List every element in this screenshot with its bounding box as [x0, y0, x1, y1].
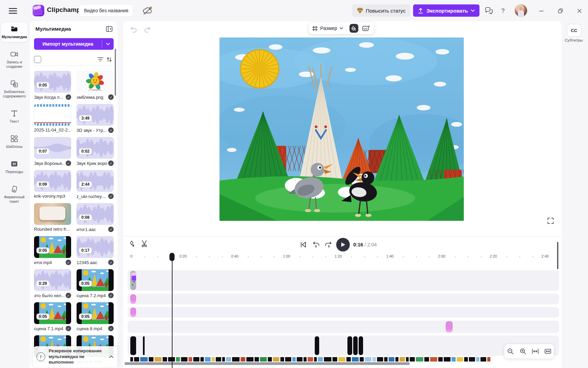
- playhead-handle[interactable]: [169, 253, 175, 261]
- filter-icon[interactable]: [96, 55, 105, 63]
- library-icon: [10, 80, 19, 88]
- sidebar-item-library[interactable]: Библиотека содержимого: [1, 77, 28, 101]
- timeline-horizontal-scrollbar[interactable]: [125, 362, 410, 365]
- redo-icon[interactable]: [143, 25, 152, 34]
- ruler-label: 1:00: [283, 254, 290, 258]
- import-options-chevron-icon[interactable]: [102, 40, 114, 48]
- account-avatar[interactable]: [515, 4, 527, 17]
- timeline-track[interactable]: [128, 294, 559, 304]
- media-item-name: Rounded retro fr...: [34, 227, 70, 232]
- collapse-panel-icon[interactable]: [105, 25, 114, 33]
- zoom-out-icon[interactable]: [506, 347, 515, 356]
- skip-to-start-icon[interactable]: [298, 240, 308, 250]
- sidebar-item-record[interactable]: Запись и создание: [1, 48, 28, 72]
- media-item[interactable]: 2:44z_uki-ruchey....✓: [77, 170, 114, 199]
- help-icon[interactable]: ?: [498, 6, 508, 16]
- ruler-label: 2:40: [541, 254, 549, 258]
- sidebar-item-transitions[interactable]: Переходы: [1, 157, 28, 177]
- sort-icon[interactable]: [105, 55, 114, 63]
- duration-badge: 0:08: [79, 214, 92, 220]
- media-clip[interactable]: [130, 294, 136, 304]
- media-item[interactable]: 0:02Звук Крик воро...✓: [77, 137, 114, 166]
- timeline-vertical-scrollbar[interactable]: [557, 242, 558, 269]
- backup-toast[interactable]: ! Резервное копирование мультимедиа не в…: [33, 346, 117, 367]
- chevron-up-icon[interactable]: [109, 355, 113, 358]
- media-item[interactable]: Rounded retro fr...: [34, 203, 71, 232]
- size-dropdown[interactable]: Размер: [312, 26, 343, 31]
- timeline-track[interactable]: [128, 270, 559, 291]
- effects-icon[interactable]: [127, 239, 137, 248]
- fit-to-screen-icon[interactable]: [543, 347, 553, 356]
- export-button[interactable]: Экспортировать: [413, 4, 479, 17]
- timeline-minimap[interactable]: [130, 357, 490, 362]
- media-clip[interactable]: [446, 321, 453, 332]
- timeline-track[interactable]: [128, 321, 559, 333]
- media-item[interactable]: 3:493D звук - Утр...✓: [77, 104, 114, 133]
- media-item[interactable]: 0:07Звук Воронья...✓: [34, 137, 71, 166]
- timeline-track[interactable]: [128, 336, 559, 356]
- fullscreen-icon[interactable]: [546, 216, 555, 226]
- menu-icon[interactable]: [7, 6, 19, 16]
- media-clip[interactable]: [130, 308, 136, 317]
- media-item-name: Звук Крик воро...: [77, 161, 107, 166]
- media-item[interactable]: 0:09krik-vorony.mp3: [34, 170, 71, 199]
- media-item[interactable]: 0:05Звук Когда п...✓: [34, 71, 71, 100]
- upgrade-button[interactable]: Повысить статус: [352, 4, 410, 17]
- audio-clip[interactable]: [353, 336, 358, 355]
- cloud-sync-off-icon[interactable]: [142, 6, 154, 17]
- window-restore-icon[interactable]: [556, 7, 565, 15]
- audio-clip[interactable]: [143, 336, 145, 355]
- timeline-track[interactable]: [128, 307, 559, 318]
- subtitles-cc-icon[interactable]: CC: [567, 24, 581, 37]
- image-clip[interactable]: [130, 271, 136, 290]
- window-minimize-icon[interactable]: [537, 7, 546, 15]
- split-scissors-icon[interactable]: [140, 239, 149, 248]
- timeline-ruler[interactable]: 00:200:401:001:201:402:002:202:40: [123, 253, 561, 262]
- rewind-5-icon[interactable]: 5: [311, 240, 321, 250]
- sidebar-item-brandkit[interactable]: Фирменный пакет: [1, 183, 28, 206]
- color-fill-button[interactable]: [349, 24, 358, 33]
- doc-thumbnail: [34, 104, 71, 126]
- media-item[interactable]: 0:05сцена 8.mp4✓: [77, 302, 114, 331]
- media-panel-scrollbar[interactable]: [115, 49, 116, 96]
- zoom-fit-icon[interactable]: [530, 347, 540, 356]
- media-item[interactable]: «ГУСЕЛЬКИ»эмблема.png✓: [77, 71, 114, 100]
- audio-thumbnail: 0:17: [77, 236, 114, 258]
- audio-clip[interactable]: [315, 336, 319, 355]
- check-icon: ✓: [66, 94, 71, 100]
- play-button[interactable]: [336, 238, 350, 251]
- media-item[interactable]: 0:05сцена 7.2.mp4✓: [77, 269, 114, 298]
- duration-badge: 0:17: [79, 247, 92, 254]
- forward-5-icon[interactable]: 5: [323, 240, 333, 250]
- media-item[interactable]: 0:08итог1.aac✓: [77, 203, 114, 232]
- project-title-input[interactable]: Видео без названия: [79, 5, 133, 16]
- svg-text:5: 5: [328, 245, 330, 248]
- audio-clip[interactable]: [359, 336, 363, 355]
- duration-badge: 0:07: [36, 148, 49, 154]
- audio-clip[interactable]: [347, 336, 352, 355]
- check-icon: ✓: [108, 227, 114, 232]
- warning-icon: !: [36, 352, 45, 361]
- window-close-icon[interactable]: [575, 7, 584, 15]
- audio-clip[interactable]: [130, 336, 136, 355]
- media-item-name: 12345.aac: [77, 260, 97, 265]
- video-preview[interactable]: [219, 37, 464, 221]
- media-item-name: итог1.aac: [77, 227, 96, 232]
- chevron-down-icon: [471, 10, 475, 12]
- sidebar-item-media[interactable]: Мультимедиа: [1, 22, 28, 42]
- feedback-icon[interactable]: [484, 6, 494, 16]
- select-all-checkbox[interactable]: [34, 56, 41, 63]
- undo-icon[interactable]: [129, 25, 138, 34]
- sidebar-item-templates[interactable]: Шаблоны: [1, 132, 28, 152]
- autocaptions-icon[interactable]: CC: [361, 24, 371, 33]
- zoom-in-icon[interactable]: [518, 347, 528, 356]
- media-item[interactable]: 2025-11-04_02-2...: [34, 104, 71, 133]
- paper-sun: [241, 50, 279, 88]
- media-item[interactable]: 0:05сцена 7.1.mp4✓: [34, 302, 71, 331]
- sidebar-item-label: Текст: [10, 119, 19, 124]
- media-item[interactable]: 0:05итог.mp4✓: [34, 236, 71, 265]
- import-media-button[interactable]: Импорт мультимедиа: [34, 38, 114, 50]
- sidebar-item-text[interactable]: Текст: [1, 107, 28, 126]
- media-item[interactable]: 0:1712345.aac✓: [77, 236, 114, 265]
- media-item[interactable]: 0:29это было нел...✓: [34, 269, 71, 298]
